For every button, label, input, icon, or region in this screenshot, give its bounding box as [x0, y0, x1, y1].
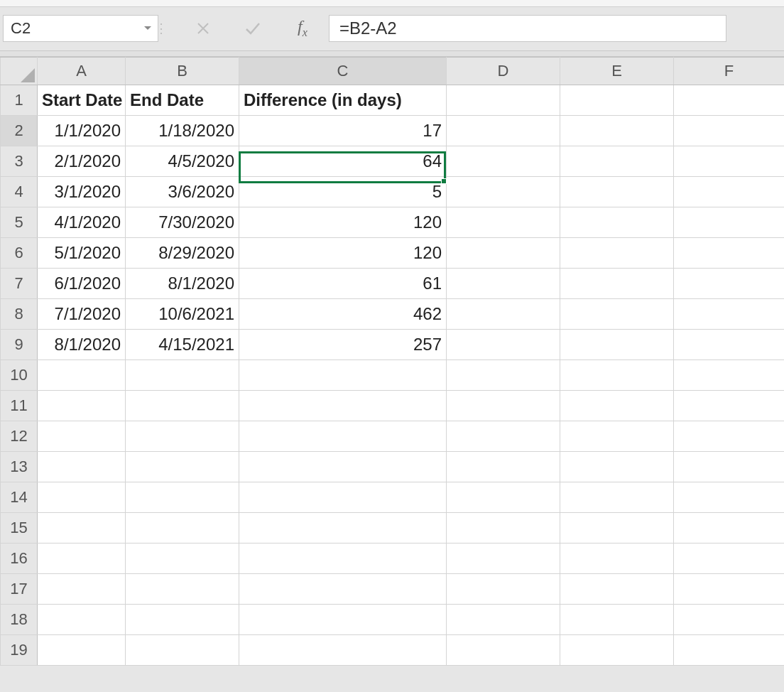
cell-A15[interactable]: [38, 513, 126, 544]
cell-A5[interactable]: 4/1/2020: [38, 207, 126, 238]
cell-E3[interactable]: [560, 146, 674, 177]
cell-C10[interactable]: [239, 360, 447, 391]
cell-E18[interactable]: [560, 605, 674, 635]
cell-C15[interactable]: [239, 513, 447, 544]
row-header-19[interactable]: 19: [1, 635, 38, 666]
cell-A3[interactable]: 2/1/2020: [38, 146, 126, 177]
cell-D4[interactable]: [447, 177, 560, 207]
cell-E1[interactable]: [560, 85, 674, 116]
row-header-16[interactable]: 16: [1, 544, 38, 574]
row-header-11[interactable]: 11: [1, 391, 38, 421]
cell-C2[interactable]: 17: [239, 116, 447, 146]
cell-A14[interactable]: [38, 482, 126, 513]
cell-D6[interactable]: [447, 238, 560, 269]
column-header-F[interactable]: F: [674, 58, 785, 85]
column-header-B[interactable]: B: [126, 58, 239, 85]
cell-F4[interactable]: [674, 177, 785, 207]
cell-C13[interactable]: [239, 452, 447, 482]
cell-E19[interactable]: [560, 635, 674, 666]
cell-E13[interactable]: [560, 452, 674, 482]
worksheet-area[interactable]: A B C D E F 1Start DateEnd DateDifferenc…: [0, 57, 784, 666]
cell-F2[interactable]: [674, 116, 785, 146]
enter-icon[interactable]: [228, 15, 278, 42]
cell-C1[interactable]: Difference (in days): [239, 85, 447, 116]
cell-D13[interactable]: [447, 452, 560, 482]
cell-B14[interactable]: [126, 482, 239, 513]
cell-E4[interactable]: [560, 177, 674, 207]
cell-B11[interactable]: [126, 391, 239, 421]
cell-D15[interactable]: [447, 513, 560, 544]
cell-E17[interactable]: [560, 574, 674, 605]
cell-A13[interactable]: [38, 452, 126, 482]
row-header-13[interactable]: 13: [1, 452, 38, 482]
column-header-E[interactable]: E: [560, 58, 674, 85]
cell-A4[interactable]: 3/1/2020: [38, 177, 126, 207]
row-header-6[interactable]: 6: [1, 238, 38, 269]
cell-F5[interactable]: [674, 207, 785, 238]
cell-F16[interactable]: [674, 544, 785, 574]
cell-B5[interactable]: 7/30/2020: [126, 207, 239, 238]
cell-C7[interactable]: 61: [239, 269, 447, 299]
row-header-18[interactable]: 18: [1, 605, 38, 635]
cell-B8[interactable]: 10/6/2021: [126, 299, 239, 330]
cell-D11[interactable]: [447, 391, 560, 421]
cell-F18[interactable]: [674, 605, 785, 635]
row-header-2[interactable]: 2: [1, 116, 38, 146]
cell-C11[interactable]: [239, 391, 447, 421]
cell-F19[interactable]: [674, 635, 785, 666]
cell-D18[interactable]: [447, 605, 560, 635]
cell-B9[interactable]: 4/15/2021: [126, 330, 239, 360]
cell-D10[interactable]: [447, 360, 560, 391]
cell-A11[interactable]: [38, 391, 126, 421]
cell-A19[interactable]: [38, 635, 126, 666]
cell-D14[interactable]: [447, 482, 560, 513]
cell-B13[interactable]: [126, 452, 239, 482]
cell-C8[interactable]: 462: [239, 299, 447, 330]
cell-E14[interactable]: [560, 482, 674, 513]
row-header-17[interactable]: 17: [1, 574, 38, 605]
cell-C18[interactable]: [239, 605, 447, 635]
cell-B19[interactable]: [126, 635, 239, 666]
cancel-icon[interactable]: [178, 15, 228, 42]
cell-D8[interactable]: [447, 299, 560, 330]
cell-B17[interactable]: [126, 574, 239, 605]
cell-E8[interactable]: [560, 299, 674, 330]
cell-A1[interactable]: Start Date: [38, 85, 126, 116]
cell-D7[interactable]: [447, 269, 560, 299]
cell-A8[interactable]: 7/1/2020: [38, 299, 126, 330]
chevron-down-icon[interactable]: [142, 19, 153, 38]
cell-C17[interactable]: [239, 574, 447, 605]
cell-F10[interactable]: [674, 360, 785, 391]
cell-A2[interactable]: 1/1/2020: [38, 116, 126, 146]
cell-B12[interactable]: [126, 421, 239, 452]
column-header-D[interactable]: D: [447, 58, 560, 85]
formula-bar-splitter[interactable]: ⋮: [158, 15, 164, 42]
cell-A6[interactable]: 5/1/2020: [38, 238, 126, 269]
cell-D3[interactable]: [447, 146, 560, 177]
row-header-5[interactable]: 5: [1, 207, 38, 238]
cell-B2[interactable]: 1/18/2020: [126, 116, 239, 146]
cell-B18[interactable]: [126, 605, 239, 635]
cell-B4[interactable]: 3/6/2020: [126, 177, 239, 207]
cell-F8[interactable]: [674, 299, 785, 330]
cell-F15[interactable]: [674, 513, 785, 544]
cell-F17[interactable]: [674, 574, 785, 605]
cell-B10[interactable]: [126, 360, 239, 391]
cell-A16[interactable]: [38, 544, 126, 574]
cell-C3[interactable]: 64: [239, 146, 447, 177]
cell-D2[interactable]: [447, 116, 560, 146]
cell-E12[interactable]: [560, 421, 674, 452]
cell-A7[interactable]: 6/1/2020: [38, 269, 126, 299]
cell-B16[interactable]: [126, 544, 239, 574]
cell-A18[interactable]: [38, 605, 126, 635]
column-header-C[interactable]: C: [239, 58, 447, 85]
cell-F9[interactable]: [674, 330, 785, 360]
cell-C4[interactable]: 5: [239, 177, 447, 207]
cell-F3[interactable]: [674, 146, 785, 177]
cell-F12[interactable]: [674, 421, 785, 452]
row-header-3[interactable]: 3: [1, 146, 38, 177]
formula-input[interactable]: =B2-A2: [329, 15, 726, 42]
row-header-14[interactable]: 14: [1, 482, 38, 513]
select-all-corner[interactable]: [1, 58, 38, 85]
cell-C6[interactable]: 120: [239, 238, 447, 269]
